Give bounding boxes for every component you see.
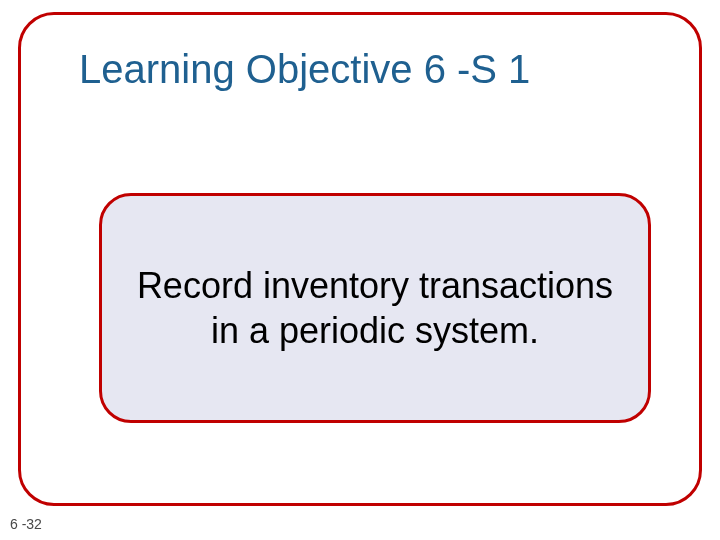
objective-box: Record inventory transactions in a perio… <box>99 193 651 423</box>
page-number: 6 -32 <box>10 516 42 532</box>
objective-text: Record inventory transactions in a perio… <box>132 263 618 353</box>
slide-title: Learning Objective 6 -S 1 <box>79 47 530 92</box>
slide-frame: Learning Objective 6 -S 1 Record invento… <box>18 12 702 506</box>
